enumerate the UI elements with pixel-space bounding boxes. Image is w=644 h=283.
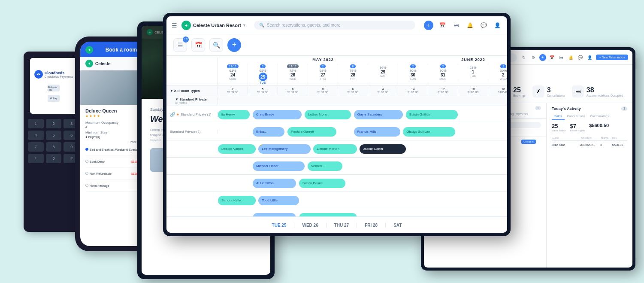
dash-bell-icon[interactable]: 🔔 [568, 54, 574, 61]
bar-todd-little[interactable]: Todd Little [258, 196, 299, 205]
badge-1 [471, 64, 475, 65]
radio-bb[interactable] [85, 148, 88, 151]
guest-action[interactable]: Check in [521, 140, 541, 143]
price-27: 8$105.00 [308, 87, 338, 94]
bar-sandra-kelly[interactable]: Sandra Kelly [218, 196, 256, 205]
price-29: 4$105.00 [368, 87, 398, 94]
bar-lee-montgomery[interactable]: Lee Montgomery [258, 144, 310, 154]
key-8[interactable]: 8 [46, 142, 62, 152]
checkin-badge[interactable]: Check in [521, 140, 535, 144]
date-fri-28[interactable]: FRI 28 [357, 223, 386, 228]
dot-erika [283, 127, 284, 128]
row-7-bars: Scott Wade Gerard Townsend [218, 209, 507, 216]
star-1: ★ [85, 114, 88, 118]
celeste-logo-icon: ✦ [181, 21, 191, 30]
act-rev: $500.00 [612, 143, 627, 146]
badge-24: 11/12 [227, 64, 239, 68]
bar-edwin-griffith[interactable]: Edwin Griffith [406, 110, 458, 119]
dash-calendar-icon[interactable]: 📅 [549, 54, 556, 61]
bar-francis-mills[interactable]: Francis Mills [354, 127, 400, 137]
key-2[interactable]: 2 [46, 119, 62, 128]
date-sat[interactable]: SAT [386, 223, 409, 228]
act-stat-nights: $7 Room Nights [570, 123, 585, 132]
reservations-count: 1 [535, 106, 541, 110]
act-nights-label: Room Nights [570, 129, 585, 132]
dash-settings-icon[interactable]: ⚙ [530, 54, 537, 61]
star-3: ★ [93, 114, 96, 118]
dash-chat-icon[interactable]: 💬 [577, 54, 584, 61]
date-tue-25[interactable]: TUE 25 [264, 223, 295, 228]
bar-debbie-morton[interactable]: Debbie Morton [313, 144, 357, 154]
bar-freddie-garrett[interactable]: Freddie Garrett [287, 127, 337, 137]
dash-refresh-icon[interactable]: ↻ [520, 54, 527, 61]
dash-bed-icon[interactable]: 🛏 [558, 54, 565, 61]
dash-new-reservation-button[interactable]: + New Reservation [596, 55, 628, 60]
payment-terminal: Cloudbeds Cloudbeds Payments ⊠ Apple Pay… [24, 52, 84, 232]
occ-24: 61% [229, 69, 236, 73]
svg-text:✦: ✦ [184, 23, 188, 28]
activity-row-1[interactable]: Billie Kole 20/02/2021 3 $500.00 [552, 141, 627, 149]
bar-erika[interactable]: Erika... [253, 127, 284, 137]
num-26: 26 [290, 73, 295, 77]
topbar-dropdown-icon[interactable]: ▾ [243, 23, 245, 27]
dot-gerard [355, 213, 357, 214]
bar-gladys-sullivan[interactable]: Gladys Sullivan [403, 127, 455, 137]
booking-row-4: Michael Fisher Vernon... [166, 158, 507, 175]
date-wed-26[interactable]: WED 26 [294, 223, 326, 228]
activity-tab-cancellations[interactable]: Cancellations [565, 113, 588, 120]
bar-michael-fisher[interactable]: Michael Fisher [253, 161, 305, 171]
activity-tab-overbookings[interactable]: Overbookings⁰ [588, 113, 613, 120]
key-1[interactable]: 1 [28, 119, 44, 128]
bell-icon[interactable]: 🔔 [465, 21, 475, 30]
terminal-keypad[interactable]: 1 2 3 4 5 6 7 8 9 * 0 # [28, 119, 79, 163]
bar-simon-payne[interactable]: Simon Payne [299, 179, 345, 188]
badge-29 [381, 64, 385, 65]
calendar-view-button[interactable]: 📅 [191, 38, 205, 52]
key-4[interactable]: 4 [28, 131, 44, 140]
bar-vernon[interactable]: Vernon... [308, 161, 342, 171]
menu-icon[interactable]: ☰ [172, 22, 177, 29]
label-31: MON [439, 77, 446, 80]
dash-add-icon[interactable]: + [539, 54, 546, 61]
cancellations-label: Cancellations [547, 94, 565, 97]
key-7[interactable]: 7 [28, 142, 44, 152]
dot-luther [348, 110, 351, 111]
bar-gayle-saunders[interactable]: Gayle Saunders [354, 110, 403, 119]
activity-table-header: Guest Check-in Nights Rev [552, 135, 627, 141]
user-icon[interactable]: 👤 [493, 21, 502, 30]
beds-icon[interactable]: 🛏 [451, 21, 461, 30]
num-29: 29 [381, 70, 385, 74]
bar-gerard-townsend[interactable]: Gerard Townsend [299, 213, 357, 217]
day-26: 11/12 72% 26 WED [278, 64, 308, 85]
bar-al-hamilton[interactable]: Al Hamilton [253, 179, 296, 188]
calendar-icon[interactable]: 📅 [438, 21, 447, 30]
date-thu-27[interactable]: THU 27 [327, 223, 357, 228]
booking-row-3: Debbie Valdez Lee Montgomery Debbie Mort… [166, 140, 507, 158]
standard-private-header: ▼ Standard Private 8 Rooms [166, 96, 507, 106]
key-star[interactable]: * [28, 154, 44, 163]
bar-lia-henry[interactable]: lia Henry [218, 110, 250, 119]
label-28: FRI [351, 77, 355, 80]
bar-chris-brady[interactable]: Chris Brady [253, 110, 302, 119]
topbar-search[interactable]: 🔍 Search reservations, guests, and more [254, 21, 415, 30]
search-button[interactable]: 🔍 [209, 38, 223, 52]
activity-tab-sales[interactable]: Sales [552, 113, 565, 120]
key-0[interactable]: 0 [46, 154, 62, 163]
bar-debbie-valdez[interactable]: Debbie Valdez [218, 144, 256, 154]
bar-luther-moran[interactable]: Luther Moran [305, 110, 351, 119]
key-5[interactable]: 5 [46, 131, 62, 140]
months-header: MAY 2022 11/12 61% 24 MON 2 [166, 56, 507, 85]
dash-user-icon[interactable]: 👤 [587, 54, 593, 61]
row-1-bars: lia Henry Chris Brady Luther Moran Gayle… [218, 106, 507, 123]
occ-2: 30% [500, 69, 507, 73]
star-2: ★ [89, 114, 92, 118]
radio-direct[interactable] [85, 160, 88, 163]
add-button[interactable]: + [424, 21, 433, 30]
bar-jackie-carter[interactable]: Jackie Carter [360, 144, 406, 154]
list-view-button[interactable]: ☰ 13 [173, 38, 187, 52]
radio-hotel[interactable] [85, 184, 88, 187]
bar-scott-wade[interactable]: Scott Wade [253, 213, 296, 217]
add-reservation-button[interactable]: + [227, 38, 241, 52]
radio-nonrefund[interactable] [85, 172, 88, 175]
chat-icon[interactable]: 💬 [479, 21, 488, 30]
